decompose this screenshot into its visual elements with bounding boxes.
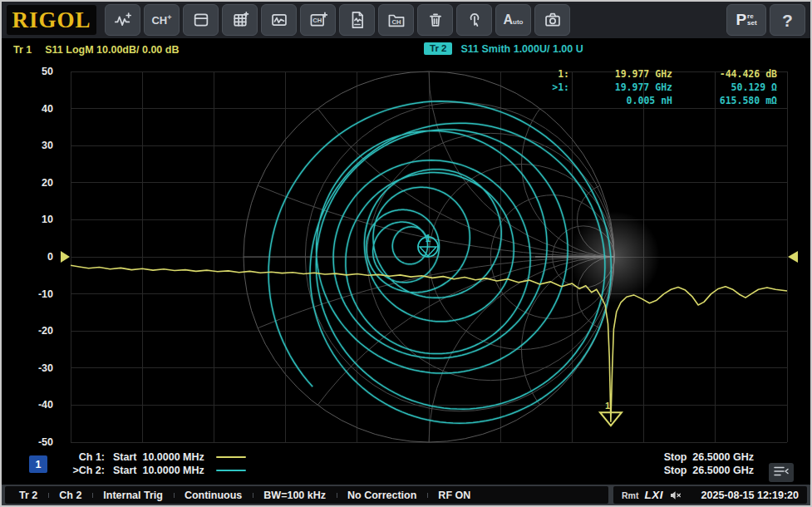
status-item-continuous[interactable]: Continuous <box>174 490 253 501</box>
y-tick-label: -40 <box>13 398 53 411</box>
trash-icon <box>426 11 445 29</box>
plot-area[interactable]: 11 <box>71 64 787 445</box>
trace1-label: Tr 1 <box>13 44 32 56</box>
marker-label <box>531 95 569 108</box>
trace-window-button[interactable] <box>261 4 297 36</box>
marker-value: 50.129 Ω <box>672 81 777 95</box>
delete-button[interactable] <box>417 4 453 36</box>
y-tick-label: -30 <box>13 362 53 375</box>
trace1-info[interactable]: Tr 1 S11 LogM 10.00dB/ 0.00 dB <box>13 44 179 56</box>
status-item-tr-2[interactable]: Tr 2 <box>8 490 48 501</box>
marker-readout-row: >1:19.977 GHz50.129 Ω <box>531 81 777 95</box>
y-tick-label: 10 <box>13 213 53 226</box>
table-add-icon <box>231 11 249 29</box>
save-trace-button[interactable] <box>339 4 375 36</box>
layout-icon <box>192 11 210 29</box>
y-tick-label: -20 <box>13 324 53 337</box>
trace1-detail: S11 LogM 10.00dB/ 0.00 dB <box>45 44 179 56</box>
channel-start-value: Start 10.0000 MHz <box>113 465 204 476</box>
status-right: Rmt LXI 2025-08-15 12:19:20 <box>613 486 807 504</box>
auto-scale-button[interactable]: Auto <box>495 4 531 36</box>
y-tick-label: 20 <box>13 176 53 190</box>
marker-readout-row: 1:19.977 GHz-44.426 dB <box>531 68 777 81</box>
trace2-active-badge: Tr 2 <box>424 42 452 55</box>
channel-start-row[interactable]: Ch 1:Start 10.0000 MHz <box>65 450 246 464</box>
channel-label: >Ch 2: <box>65 465 105 476</box>
svg-text:1: 1 <box>426 233 431 244</box>
marker-label: 1: <box>531 68 569 81</box>
ref-level-triangle-right[interactable] <box>788 251 798 263</box>
channel-info-rows: Ch 1:Start 10.0000 MHz>Ch 2:Start 10.000… <box>65 450 246 477</box>
marker-readout-row: 0.005 nH615.580 mΩ <box>531 95 777 108</box>
help-label: ? <box>782 12 793 29</box>
window-number-badge[interactable]: 1 <box>29 455 47 473</box>
svg-text:CH: CH <box>391 18 401 26</box>
table-add-button[interactable] <box>222 4 258 36</box>
channel-stop-value[interactable]: Stop 26.5000 GHz <box>664 450 754 464</box>
window-ch-icon: CH <box>309 11 327 29</box>
marker-stimulus: 19.977 GHz <box>569 81 672 95</box>
folder-ch-icon: CH <box>387 11 406 29</box>
marker-stimulus: 0.005 nH <box>569 95 672 108</box>
y-tick-label: 0 <box>13 250 53 263</box>
status-items: Tr 2Ch 2Internal TrigContinuousBW=100 kH… <box>5 486 608 504</box>
y-tick-label: -10 <box>13 288 53 301</box>
auto-scale-label: Auto <box>504 13 524 27</box>
channel-start-value: Start 10.0000 MHz <box>113 451 204 463</box>
trace-color-swatch <box>216 470 246 471</box>
marker-value: -44.426 dB <box>672 68 777 81</box>
status-bar: Tr 2Ch 2Internal TrigContinuousBW=100 kH… <box>2 485 810 505</box>
help-button[interactable]: ? <box>770 4 805 36</box>
trace-color-swatch <box>216 456 246 458</box>
y-tick-label: 50 <box>13 65 53 78</box>
trace-add-button[interactable] <box>105 4 140 36</box>
camera-icon <box>544 11 562 29</box>
remote-indicator: Rmt <box>622 490 638 500</box>
preset-icon: Preset <box>736 11 756 29</box>
datetime: 2025-08-15 12:19:20 <box>701 490 799 501</box>
lxi-logo: LXI <box>644 489 663 501</box>
toolbar: RIGOL CH+CHCHAuto Preset? <box>2 2 810 38</box>
channel-add-label: CH+ <box>151 14 171 26</box>
svg-text:CH: CH <box>312 17 322 24</box>
preset-button[interactable]: Preset <box>726 4 766 36</box>
trace2-detail: S11 Smith 1.000U/ 1.00 U <box>460 43 583 55</box>
trace-bar: Tr 1 S11 LogM 10.00dB/ 0.00 dB Tr 2 S11 … <box>2 40 810 62</box>
rigol-logo: RIGOL <box>7 5 96 35</box>
svg-text:1: 1 <box>605 401 610 411</box>
channel-window-add-button[interactable]: CH <box>300 4 336 36</box>
toolbar-buttons: CH+CHCHAuto <box>101 4 570 36</box>
status-item-no-correction[interactable]: No Correction <box>337 490 427 501</box>
status-item-ch-2[interactable]: Ch 2 <box>48 490 92 501</box>
status-item-internal-trig[interactable]: Internal Trig <box>92 490 174 501</box>
collapse-menu-icon <box>773 465 790 481</box>
y-tick-label: 40 <box>13 102 53 116</box>
menu-collapse-button[interactable] <box>769 463 794 482</box>
marker-value: 615.580 mΩ <box>672 95 777 108</box>
touch-icon <box>465 11 484 29</box>
status-item-rf-on[interactable]: RF ON <box>427 490 481 501</box>
recall-channel-button[interactable]: CH <box>378 4 414 36</box>
toolbar-right-buttons: Preset? <box>723 4 805 36</box>
status-item-bw-100-khz[interactable]: BW=100 kHz <box>253 490 337 501</box>
speaker-muted-icon <box>669 490 682 501</box>
doc-trace-icon <box>348 11 367 29</box>
channel-stop-values: Stop 26.5000 GHzStop 26.5000 GHz <box>664 450 754 477</box>
channel-start-row[interactable]: >Ch 2:Start 10.0000 MHz <box>65 464 246 477</box>
marker-readout: 1:19.977 GHz-44.426 dB>1:19.977 GHz50.12… <box>531 68 777 108</box>
ref-level-triangle-left[interactable] <box>61 251 70 263</box>
channel-label: Ch 1: <box>65 451 105 463</box>
touch-button[interactable] <box>456 4 492 36</box>
channel-add-button[interactable]: CH+ <box>144 4 180 36</box>
marker-label: >1: <box>531 81 569 95</box>
marker-stimulus: 19.977 GHz <box>569 68 672 81</box>
channel-stop-value[interactable]: Stop 26.5000 GHz <box>664 464 754 477</box>
trace2-info[interactable]: Tr 2 S11 Smith 1.000U/ 1.00 U <box>424 42 583 55</box>
vna-screen: RIGOL CH+CHCHAuto Preset? Tr 1 S11 LogM … <box>0 0 812 507</box>
window-trace-icon <box>270 11 288 29</box>
screenshot-button[interactable] <box>534 4 570 36</box>
y-tick-label: 30 <box>13 139 53 152</box>
y-tick-label: -50 <box>13 436 53 449</box>
window-layout-button[interactable] <box>183 4 219 36</box>
wave-add-icon <box>114 11 132 29</box>
